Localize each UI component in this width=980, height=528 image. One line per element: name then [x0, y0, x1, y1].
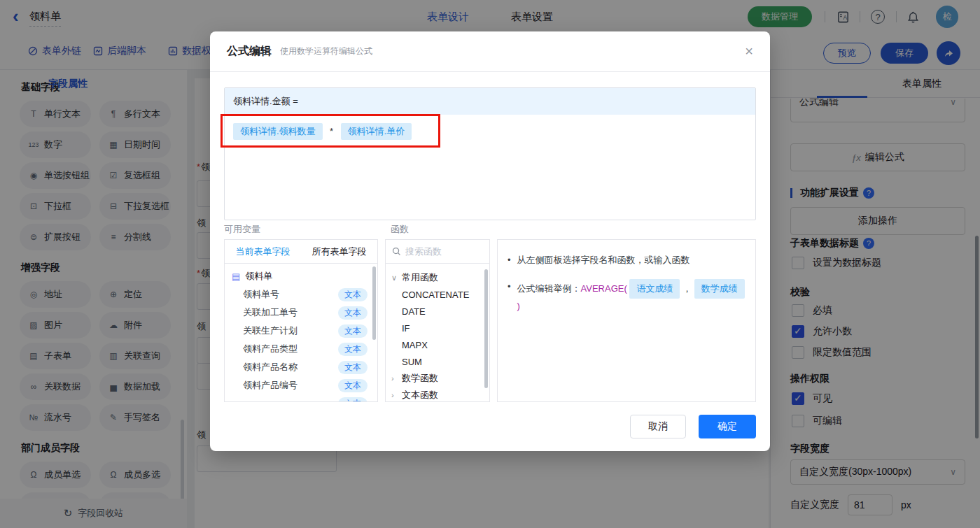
caret-right-icon: › — [391, 391, 398, 399]
variable-item[interactable]: 关联生产计划文本 — [225, 322, 377, 340]
function-item[interactable]: MAPX — [386, 336, 489, 353]
formula-target: 领料详情.金额 = — [225, 88, 755, 115]
help-text: 公式编辑举例：AVERAGE( 语文成绩 ， 数学成绩 ) — [517, 279, 746, 314]
modal-header: 公式编辑 使用数学运算符编辑公式 × — [210, 31, 770, 72]
variable-item[interactable]: 领料产品编号文本 — [225, 376, 377, 394]
formula-edit-modal: 公式编辑 使用数学运算符编辑公式 × 领料详情.金额 = 领料详情.领料数量 *… — [210, 31, 770, 451]
type-badge: 文本 — [338, 379, 368, 392]
function-group-math[interactable]: › 数学函数 — [386, 370, 489, 387]
variable-name: 领料单号 — [243, 288, 279, 301]
help-example-prefix: 公式编辑举例： — [517, 283, 581, 294]
variable-name: 领料产品编号 — [243, 379, 298, 392]
formula-body[interactable]: 领料详情.领料数量 * 领料详情.单价 — [225, 115, 755, 148]
type-badge: 文本 — [338, 361, 368, 374]
function-group-common[interactable]: ∨ 常用函数 — [386, 269, 489, 286]
formula-operator: * — [330, 126, 333, 136]
app: ‹ 领料单 表单设计 表单设置 数据管理 A ? 检 表单外链 后端脚本 数据权… — [0, 0, 980, 528]
variable-item[interactable]: 领料产品类型文本 — [225, 340, 377, 358]
bullet: • — [507, 279, 511, 294]
variable-name: 领料产品名称 — [243, 361, 298, 373]
variables-scrollbar[interactable] — [372, 266, 376, 340]
variable-item[interactable]: 领料产品名称文本 — [225, 358, 377, 376]
example-chip: 语文成绩 — [629, 279, 680, 299]
formula-field-chip[interactable]: 领料详情.领料数量 — [233, 123, 323, 140]
close-icon[interactable]: × — [745, 43, 753, 59]
help-panel: • 从左侧面板选择字段名和函数，或输入函数 • 公式编辑举例：AVERAGE( … — [497, 239, 756, 402]
caret-down-icon: ∨ — [391, 273, 398, 283]
tab-all-form-fields[interactable]: 所有表单字段 — [301, 240, 377, 263]
variable-name: 关联加工单号 — [243, 306, 298, 319]
confirm-button[interactable]: 确定 — [699, 415, 756, 438]
modal-title: 公式编辑 — [227, 44, 272, 59]
search-function-input[interactable] — [405, 246, 475, 257]
bullet: • — [507, 252, 511, 268]
type-badge: 文本 — [338, 288, 368, 301]
comma: ， — [682, 283, 692, 294]
functions-panel: ∨ 常用函数 CONCATENATE DATE IF MAPX SUM › 数学… — [385, 239, 490, 402]
functions-scrollbar[interactable] — [484, 269, 488, 388]
function-item[interactable]: CONCATENATE — [386, 286, 489, 303]
function-group-label: 常用函数 — [402, 271, 438, 284]
functions-section-label: 函数 — [391, 223, 409, 236]
variables-panel: 当前表单字段 所有表单字段 ▤ 领料单 领料单号文本 关联加工单号文本 关联生产… — [224, 239, 378, 402]
help-line-2: • 公式编辑举例：AVERAGE( 语文成绩 ， 数学成绩 ) — [507, 279, 746, 314]
function-search — [386, 240, 489, 264]
type-badge: 文本 — [338, 343, 368, 356]
tree-root-form[interactable]: ▤ 领料单 — [225, 267, 377, 285]
variables-section-label: 可用变量 — [224, 223, 260, 236]
document-icon: ▤ — [232, 271, 240, 282]
variable-item[interactable]: 关联加工单号文本 — [225, 304, 377, 322]
type-badge: 文本 — [338, 324, 368, 338]
type-badge: 文本 — [338, 397, 368, 403]
function-list: ∨ 常用函数 CONCATENATE DATE IF MAPX SUM › 数学… — [386, 264, 489, 402]
function-name-close: ) — [517, 301, 520, 311]
help-text: 从左侧面板选择字段名和函数，或输入函数 — [517, 252, 690, 268]
function-item[interactable]: DATE — [386, 303, 489, 320]
tab-current-form-fields[interactable]: 当前表单字段 — [225, 240, 301, 263]
function-group-text[interactable]: › 文本函数 — [386, 387, 489, 402]
variables-tree: ▤ 领料单 领料单号文本 关联加工单号文本 关联生产计划文本 领料产品类型文本 … — [225, 264, 377, 402]
type-badge: 文本 — [338, 306, 368, 320]
modal-subtitle: 使用数学运算符编辑公式 — [280, 45, 372, 57]
caret-right-icon: › — [391, 374, 398, 383]
variable-name: 关联生产计划 — [243, 324, 298, 337]
function-item[interactable]: SUM — [386, 353, 489, 370]
function-group-label: 文本函数 — [402, 389, 438, 401]
function-item[interactable]: IF — [386, 320, 489, 336]
variable-name: 领料产品类型 — [243, 343, 298, 355]
search-icon — [392, 247, 401, 256]
function-name-open: AVERAGE( — [581, 283, 627, 294]
cancel-button[interactable]: 取消 — [630, 415, 686, 438]
formula-field-chip[interactable]: 领料详情.单价 — [341, 123, 412, 140]
variable-item[interactable]: 文本 — [225, 394, 377, 402]
variables-tabs: 当前表单字段 所有表单字段 — [225, 240, 377, 264]
variable-item[interactable]: 领料单号文本 — [225, 285, 377, 304]
formula-editor[interactable]: 领料详情.金额 = 领料详情.领料数量 * 领料详情.单价 — [224, 87, 756, 220]
help-line-1: • 从左侧面板选择字段名和函数，或输入函数 — [507, 252, 746, 268]
function-group-label: 数学函数 — [402, 372, 438, 385]
tree-root-label: 领料单 — [245, 270, 272, 283]
example-chip: 数学成绩 — [694, 279, 745, 299]
